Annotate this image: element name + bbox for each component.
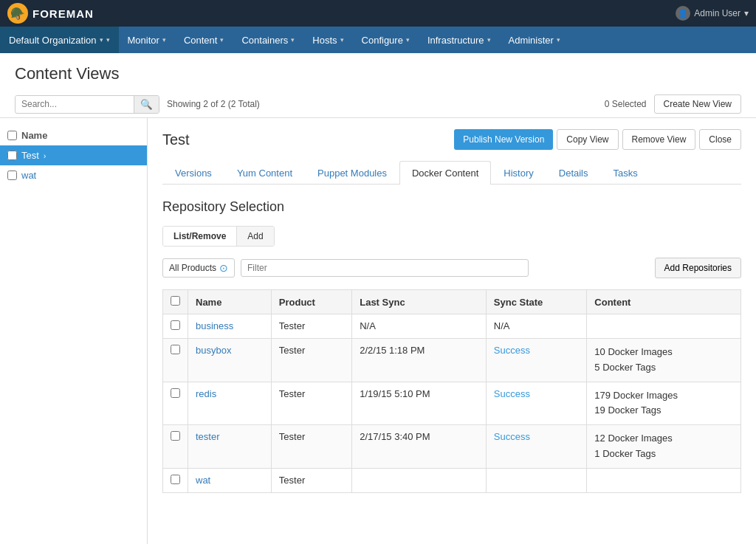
repo-name-link[interactable]: tester <box>196 431 220 442</box>
sidebar: Name Test › wat <box>0 118 148 544</box>
sidebar-test-label: Test <box>21 150 39 161</box>
repo-sync-state <box>486 468 586 492</box>
tab-puppet-modules[interactable]: Puppet Modules <box>305 161 399 185</box>
col-header-name: Name <box>188 290 272 314</box>
section-title: Repository Selection <box>162 199 741 215</box>
repo-content: 10 Docker Images5 Docker Tags <box>587 339 741 382</box>
repo-product: Tester <box>271 314 351 339</box>
repo-product: Tester <box>271 382 351 425</box>
sidebar-header-label: Name <box>21 130 47 141</box>
create-new-view-button[interactable]: Create New View <box>654 94 741 114</box>
copy-view-button[interactable]: Copy View <box>557 129 618 150</box>
repo-name-link[interactable]: busybox <box>196 345 231 356</box>
nav-configure-label: Configure <box>362 35 403 46</box>
repositories-table: Name Product Last Sync Sync State Conten… <box>162 289 741 493</box>
repo-product: Tester <box>271 339 351 382</box>
repo-last-sync <box>352 468 487 492</box>
content-actions: Publish New Version Copy View Remove Vie… <box>454 129 741 150</box>
nav-infrastructure[interactable]: Infrastructure ▾ <box>419 27 500 53</box>
product-select-label: All Products <box>169 263 216 273</box>
table-select-all-header <box>163 290 188 314</box>
repo-sync-state: Success <box>486 339 586 382</box>
sidebar-test-arrow: › <box>44 151 47 160</box>
showing-count: Showing 2 of 2 (2 Total) <box>167 99 597 109</box>
toolbar: 🔍 Showing 2 of 2 (2 Total) 0 Selected Cr… <box>0 91 756 118</box>
logo-area: 🪖 FOREMAN <box>7 3 94 24</box>
repo-last-sync: 1/19/15 5:10 PM <box>352 382 487 425</box>
row-checkbox[interactable] <box>171 388 180 398</box>
sidebar-item-wat[interactable]: wat <box>0 165 147 185</box>
nav-administer-label: Administer <box>509 35 554 46</box>
table-row: busyboxTester2/2/15 1:18 PMSuccess10 Doc… <box>163 339 741 382</box>
test-checkbox[interactable] <box>7 151 17 160</box>
product-select[interactable]: All Products ⊙ <box>162 258 235 278</box>
content-view-title: Test <box>162 131 190 148</box>
add-repositories-button[interactable]: Add Repositories <box>655 258 741 278</box>
publish-new-version-button[interactable]: Publish New Version <box>454 129 553 150</box>
col-header-last-sync: Last Sync <box>352 290 487 314</box>
row-checkbox[interactable] <box>171 320 180 330</box>
col-header-sync-state: Sync State <box>486 290 586 314</box>
repo-sync-state: Success <box>486 425 586 469</box>
search-button[interactable]: 🔍 <box>134 96 159 113</box>
tab-tasks[interactable]: Tasks <box>601 161 650 185</box>
subtab-list-remove[interactable]: List/Remove <box>163 227 237 246</box>
repo-last-sync: 2/2/15 1:18 PM <box>352 339 487 382</box>
search-box[interactable]: 🔍 <box>15 95 159 114</box>
nav-content[interactable]: Content ▾ <box>175 27 233 53</box>
repo-sync-state: Success <box>486 382 586 425</box>
nav-monitor[interactable]: Monitor ▾ <box>119 27 175 53</box>
sidebar-item-test[interactable]: Test › <box>0 145 147 165</box>
tab-details[interactable]: Details <box>546 161 601 185</box>
tab-versions[interactable]: Versions <box>162 161 224 185</box>
col-header-product: Product <box>271 290 351 314</box>
repo-product: Tester <box>271 425 351 469</box>
row-checkbox[interactable] <box>171 345 180 354</box>
nav-administer[interactable]: Administer ▾ <box>500 27 569 53</box>
tab-yum-content[interactable]: Yum Content <box>224 161 305 185</box>
row-checkbox[interactable] <box>171 475 180 484</box>
row-checkbox[interactable] <box>171 431 180 441</box>
wat-checkbox[interactable] <box>7 171 17 180</box>
repo-last-sync: N/A <box>352 314 487 339</box>
repo-name-link[interactable]: redis <box>196 388 216 399</box>
user-dropdown-arrow: ▾ <box>744 8 749 18</box>
nav-content-label: Content <box>184 35 218 46</box>
filter-input[interactable] <box>241 259 529 277</box>
table-row: redisTester1/19/15 5:10 PMSuccess179 Doc… <box>163 382 741 425</box>
table-select-all-checkbox[interactable] <box>171 296 180 306</box>
nav-configure[interactable]: Configure ▾ <box>353 27 419 53</box>
main-content: Test Publish New Version Copy View Remov… <box>148 118 756 544</box>
org-switcher[interactable]: Default Organization ▾ ▾ <box>0 27 119 53</box>
repo-sync-state: N/A <box>486 314 586 339</box>
close-button[interactable]: Close <box>699 129 741 150</box>
sidebar-wat-label: wat <box>21 170 36 181</box>
repo-content: 12 Docker Images1 Docker Tags <box>587 425 741 469</box>
tab-history[interactable]: History <box>491 161 546 185</box>
table-row: businessTesterN/AN/A <box>163 314 741 339</box>
remove-view-button[interactable]: Remove View <box>622 129 696 150</box>
user-menu[interactable]: 👤 Admin User ▾ <box>676 6 749 21</box>
subtab-add[interactable]: Add <box>237 227 273 246</box>
user-label: Admin User <box>694 8 740 18</box>
org-label: Default Organization <box>9 35 97 46</box>
repo-name-link[interactable]: business <box>196 320 233 331</box>
repo-name-link[interactable]: wat <box>196 475 210 486</box>
nav-infrastructure-label: Infrastructure <box>427 35 484 46</box>
nav-containers[interactable]: Containers ▾ <box>233 27 303 53</box>
logo-text: FOREMAN <box>32 7 94 20</box>
logo-icon: 🪖 <box>7 3 28 24</box>
nav-hosts[interactable]: Hosts ▾ <box>303 27 352 53</box>
repo-content: 179 Docker Images19 Docker Tags <box>587 382 741 425</box>
filter-row: All Products ⊙ Add Repositories <box>162 258 741 278</box>
col-header-content: Content <box>587 290 741 314</box>
main-nav: Default Organization ▾ ▾ Monitor ▾ Conte… <box>0 27 756 53</box>
user-avatar-icon: 👤 <box>676 6 690 21</box>
search-input[interactable] <box>16 96 134 112</box>
tab-docker-content[interactable]: Docker Content <box>399 161 491 185</box>
selected-count: 0 Selected <box>605 99 647 109</box>
top-bar: 🪖 FOREMAN 👤 Admin User ▾ <box>0 0 756 27</box>
repo-product: Tester <box>271 468 351 492</box>
select-all-checkbox[interactable] <box>7 131 17 140</box>
repo-content <box>587 468 741 492</box>
